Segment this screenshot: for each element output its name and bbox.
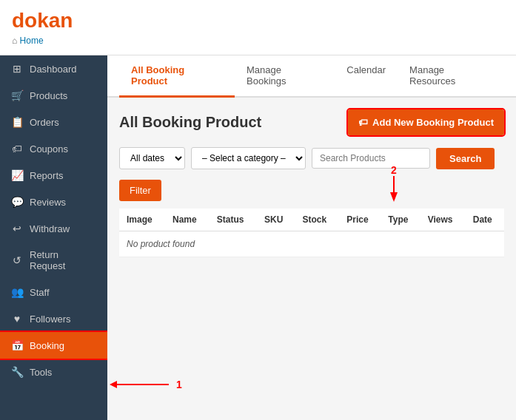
- sidebar-item-reviews[interactable]: 💬 Reviews: [0, 189, 107, 215]
- return-request-icon: ↺: [10, 254, 24, 266]
- logo: dokan: [12, 9, 504, 33]
- add-button-icon: 🏷: [358, 117, 368, 128]
- col-type: Type: [381, 209, 420, 231]
- sidebar-item-label: Staff: [30, 287, 50, 298]
- sidebar-item-label: Products: [30, 90, 67, 101]
- tab-manage-bookings[interactable]: Manage Bookings: [235, 55, 335, 98]
- sidebar-item-coupons[interactable]: 🏷 Coupons: [0, 135, 107, 162]
- main-content: All Booking Product Manage Bookings Cale…: [107, 55, 516, 420]
- sidebar-item-label: Reviews: [30, 197, 66, 208]
- reports-icon: 📈: [10, 169, 24, 181]
- category-filter[interactable]: – Select a category –: [191, 147, 306, 169]
- search-input[interactable]: [312, 148, 430, 169]
- header: dokan Home: [0, 0, 516, 55]
- products-icon: 🛒: [10, 89, 24, 101]
- col-status: Status: [210, 209, 257, 231]
- table-empty-row: No product found: [119, 231, 504, 257]
- sidebar-item-return-request[interactable]: ↺ Return Request: [0, 242, 107, 279]
- tab-calendar[interactable]: Calendar: [335, 55, 398, 98]
- main-layout: ⊞ Dashboard 🛒 Products 📋 Orders 🏷 Coupon…: [0, 55, 516, 420]
- search-button[interactable]: Search: [436, 148, 495, 169]
- sidebar-item-followers[interactable]: ♥ Followers: [0, 305, 107, 332]
- sidebar-item-withdraw[interactable]: ↩ Withdraw: [0, 215, 107, 242]
- sidebar-item-label: Booking: [30, 340, 64, 351]
- col-sku: SKU: [257, 209, 295, 231]
- sidebar-item-reports[interactable]: 📈 Reports: [0, 162, 107, 189]
- sidebar-item-label: Withdraw: [30, 223, 70, 234]
- filter-buttons: Filter: [119, 177, 504, 201]
- empty-message: No product found: [119, 231, 504, 257]
- dashboard-icon: ⊞: [10, 63, 24, 75]
- col-date: Date: [466, 209, 504, 231]
- page-title: All Booking Product: [119, 114, 261, 131]
- sidebar-item-orders[interactable]: 📋 Orders: [0, 109, 107, 135]
- orders-icon: 📋: [10, 116, 24, 128]
- content-header: All Booking Product 🏷 Add New Booking Pr…: [119, 109, 504, 135]
- sidebar-item-dashboard[interactable]: ⊞ Dashboard: [0, 55, 107, 82]
- coupons-icon: 🏷: [10, 143, 24, 155]
- col-image: Image: [119, 209, 165, 231]
- products-table: Image Name Status SKU Stock Price Type V…: [119, 209, 504, 257]
- sidebar: ⊞ Dashboard 🛒 Products 📋 Orders 🏷 Coupon…: [0, 55, 107, 420]
- home-link[interactable]: Home: [20, 35, 44, 46]
- sidebar-item-booking[interactable]: 📅 Booking: [0, 332, 107, 359]
- col-stock: Stock: [295, 209, 340, 231]
- logo-prefix: do: [12, 9, 37, 32]
- booking-icon: 📅: [10, 339, 24, 351]
- sidebar-item-label: Tools: [30, 367, 52, 378]
- col-name: Name: [165, 209, 210, 231]
- tab-all-booking[interactable]: All Booking Product: [119, 55, 235, 98]
- sidebar-item-label: Orders: [30, 117, 59, 128]
- logo-suffix: kan: [37, 9, 73, 32]
- breadcrumb: Home: [12, 35, 504, 46]
- filter-row: All dates – Select a category – Search: [119, 147, 504, 169]
- col-views: Views: [420, 209, 466, 231]
- sidebar-item-label: Followers: [30, 314, 71, 325]
- tools-icon: 🔧: [10, 366, 24, 378]
- filter-button[interactable]: Filter: [119, 180, 161, 201]
- add-new-booking-product-button[interactable]: 🏷 Add New Booking Product: [348, 109, 504, 135]
- sidebar-item-tools[interactable]: 🔧 Tools: [0, 359, 107, 385]
- col-price: Price: [339, 209, 381, 231]
- tabs-bar: All Booking Product Manage Bookings Cale…: [107, 55, 516, 98]
- sidebar-item-label: Coupons: [30, 143, 68, 155]
- content-area: All Booking Product 🏷 Add New Booking Pr…: [107, 98, 516, 269]
- withdraw-icon: ↩: [10, 223, 24, 234]
- staff-icon: 👥: [10, 286, 24, 298]
- sidebar-item-label: Dashboard: [30, 64, 77, 75]
- sidebar-item-label: Return Request: [30, 249, 97, 271]
- sidebar-item-label: Reports: [30, 170, 64, 181]
- table-header-row: Image Name Status SKU Stock Price Type V…: [119, 209, 504, 231]
- add-button-label: Add New Booking Product: [372, 117, 494, 128]
- sidebar-item-staff[interactable]: 👥 Staff: [0, 279, 107, 305]
- dates-filter[interactable]: All dates: [119, 147, 185, 169]
- reviews-icon: 💬: [10, 196, 24, 208]
- followers-icon: ♥: [10, 313, 24, 325]
- tab-manage-resources[interactable]: Manage Resources: [398, 55, 504, 98]
- sidebar-item-products[interactable]: 🛒 Products: [0, 82, 107, 109]
